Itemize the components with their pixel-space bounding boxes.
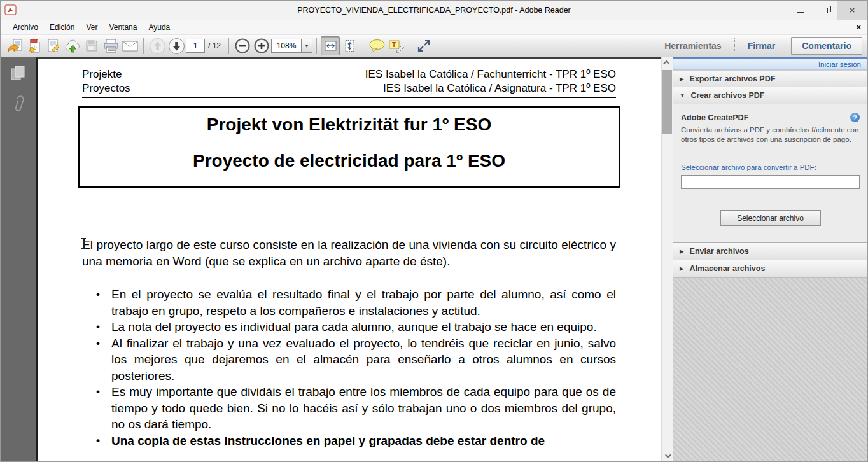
tab-herramientas[interactable]: Herramientas (654, 37, 732, 55)
tab-separator (734, 38, 735, 53)
svg-text:T: T (392, 41, 396, 48)
chevron-right-icon: ▶ (680, 265, 684, 272)
cloud-upload-button[interactable] (63, 36, 82, 55)
fit-width-button[interactable] (321, 36, 340, 55)
chevron-right-icon: ▶ (680, 76, 684, 82)
close-document-button[interactable]: × (856, 22, 861, 32)
create-pdf-icon (27, 38, 42, 53)
help-icon[interactable]: ? (850, 113, 860, 122)
cloud-upload-icon (64, 38, 81, 53)
close-button[interactable]: × (837, 1, 867, 20)
header-left-line2: Proyectos (82, 81, 130, 95)
text-annotation-icon: T (388, 38, 405, 53)
text-cursor (81, 238, 86, 249)
header-right-line2: IES Isabel la Católica / Asignatura - TP… (365, 81, 616, 95)
previous-page-button[interactable] (148, 36, 167, 55)
list-item: En el proyecto se evalúa el resultado fi… (92, 286, 616, 319)
list-item: Una copia de estas instrucciones en pape… (92, 433, 616, 449)
fit-page-icon (342, 39, 357, 53)
zoom-level-value[interactable]: 108% (271, 39, 302, 53)
sign-document-icon (46, 38, 61, 53)
close-icon: × (850, 5, 855, 15)
tab-comentario[interactable]: Comentario (791, 37, 862, 55)
sign-document-button[interactable] (44, 36, 63, 55)
list-item: Es muy importante que dividáis el trabaj… (92, 384, 616, 433)
fit-page-button[interactable] (340, 36, 359, 55)
menu-archivo[interactable]: Archivo (7, 23, 44, 32)
panel-empty-area (673, 277, 867, 461)
add-comment-button[interactable] (367, 36, 387, 55)
main-area: Projekte Proyectos IES Isabel la Católic… (1, 57, 867, 461)
select-file-button[interactable]: Seleccionar archivo (720, 210, 821, 226)
menu-bar: Archivo Edición Ver Ventana Ayuda × (1, 20, 867, 34)
attachments-button[interactable] (11, 94, 25, 114)
email-icon (122, 39, 139, 53)
window-controls: × (788, 1, 867, 20)
chevron-right-icon: ▶ (680, 248, 684, 255)
scroll-down-button[interactable] (662, 451, 673, 461)
scroll-up-button[interactable] (662, 57, 673, 68)
toolbar-separator (228, 38, 229, 54)
next-page-button[interactable] (167, 36, 186, 55)
window-title: PROYECTO_VIVIENDA_ELECTRIFICADA_PROYECTO… (1, 6, 867, 15)
header-rule (82, 97, 616, 98)
header-right-line1: IES Isabel la Católica / Fachunterricht … (365, 67, 616, 81)
attachments-icon (9, 92, 29, 115)
section-crear-archivos-pdf[interactable]: ▼ Crear archivos PDF (673, 87, 867, 104)
minimize-icon (797, 12, 804, 13)
open-button[interactable] (6, 36, 25, 55)
comment-bubble-icon (368, 38, 386, 53)
pdf-page[interactable]: Projekte Proyectos IES Isabel la Católic… (36, 57, 661, 461)
toolbar-separator (316, 38, 317, 54)
scrollbar-thumb[interactable] (662, 70, 672, 134)
fullscreen-button[interactable] (414, 36, 433, 55)
chevron-up-icon (663, 60, 669, 67)
document-title-box: Projekt von Elektrizität fur 1º ESO Proy… (78, 106, 620, 188)
tab-firmar[interactable]: Firmar (738, 37, 786, 55)
file-to-convert-input[interactable] (681, 175, 860, 189)
sign-in-strip: Iniciar sesión (673, 57, 867, 70)
bullet-list: En el proyecto se evalúa el resultado fi… (92, 286, 616, 449)
zoom-level-dropdown[interactable]: ▾ (302, 39, 312, 53)
zoom-in-icon (253, 38, 270, 54)
toolbar: / 12 108% ▾ T Herramientas Fir (1, 34, 867, 57)
panel-tabs: Herramientas Firmar Comentario (654, 35, 862, 57)
toolbar-separator (410, 38, 410, 54)
email-button[interactable] (120, 36, 139, 55)
create-pdf-description: Convierta archivos a PDF y combínelos fá… (681, 125, 860, 144)
pdf-header: Projekte Proyectos IES Isabel la Católic… (82, 67, 616, 95)
create-pdf-content: Adobe CreatePDF ? Convierta archivos a P… (673, 104, 867, 243)
title-bar: PROYECTO_VIVIENDA_ELECTRIFICADA_PROYECTO… (1, 1, 867, 20)
menu-ver[interactable]: Ver (80, 23, 103, 32)
print-button[interactable] (101, 36, 120, 55)
save-button[interactable] (82, 36, 101, 55)
save-icon (85, 39, 99, 53)
create-pdf-button[interactable] (25, 36, 44, 55)
section-almacenar-archivos[interactable]: ▶ Almacenar archivos (673, 260, 867, 277)
text-annotation-button[interactable]: T (387, 36, 406, 55)
sign-in-link[interactable]: Iniciar sesión (818, 60, 861, 68)
create-pdf-title: Adobe CreatePDF (681, 113, 748, 122)
menu-ventana[interactable]: Ventana (103, 23, 143, 32)
page-thumbnails-icon (10, 65, 27, 82)
next-page-icon (168, 38, 185, 55)
page-count-label: / 12 (208, 41, 221, 50)
minimize-button[interactable] (788, 1, 813, 20)
menu-ayuda[interactable]: Ayuda (143, 23, 176, 32)
list-item: La nota del proyecto es individual para … (92, 319, 616, 335)
zoom-in-button[interactable] (252, 36, 271, 55)
page-thumbnails-button[interactable] (10, 65, 27, 82)
section-exportar-archivos-pdf[interactable]: ▶ Exportar archivos PDF (673, 70, 867, 87)
page-number-input[interactable] (186, 39, 205, 53)
restore-button[interactable] (813, 1, 837, 20)
chevron-down-icon: ▾ (305, 43, 308, 49)
chevron-down-icon (665, 452, 671, 458)
vertical-scrollbar[interactable] (661, 57, 673, 461)
section-enviar-archivos[interactable]: ▶ Enviar archivos (673, 243, 867, 260)
menu-edicion[interactable]: Edición (44, 23, 80, 32)
intro-paragraph: El proyecto largo de este curso consiste… (82, 237, 616, 269)
document-title-es: Proyecto de electricidad para 1º ESO (80, 151, 619, 171)
print-icon (102, 38, 120, 53)
previous-page-icon (149, 38, 166, 55)
zoom-out-button[interactable] (233, 36, 252, 55)
